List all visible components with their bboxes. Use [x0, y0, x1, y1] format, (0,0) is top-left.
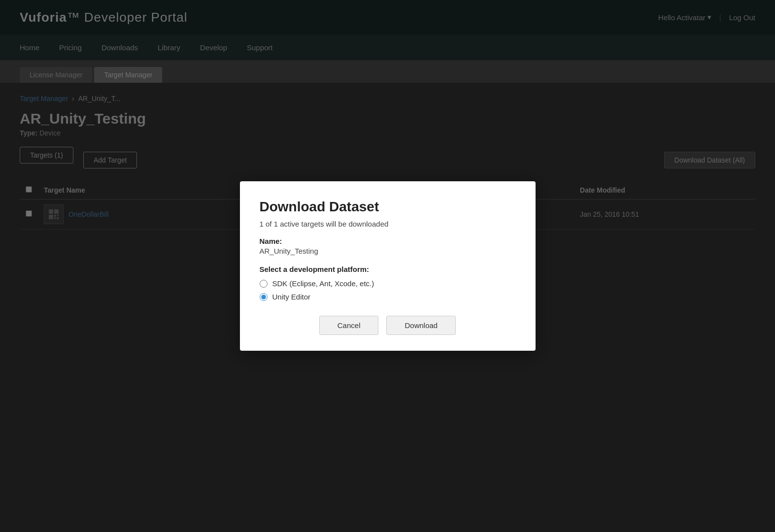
platform-sdk-option[interactable]: SDK (Eclipse, Ant, Xcode, etc.) — [260, 279, 516, 288]
modal-subtitle: 1 of 1 active targets will be downloaded — [260, 220, 516, 228]
platform-unity-radio[interactable] — [260, 293, 268, 301]
modal-overlay: Download Dataset 1 of 1 active targets w… — [0, 0, 775, 532]
modal-title: Download Dataset — [260, 199, 516, 215]
download-button[interactable]: Download — [386, 316, 456, 335]
modal-name-label: Name: — [260, 237, 516, 245]
platform-unity-option[interactable]: Unity Editor — [260, 293, 516, 301]
download-dataset-modal: Download Dataset 1 of 1 active targets w… — [240, 181, 536, 351]
modal-platform-label: Select a development platform: — [260, 265, 516, 273]
platform-sdk-radio[interactable] — [260, 280, 268, 288]
cancel-button[interactable]: Cancel — [319, 316, 379, 335]
modal-footer: Cancel Download — [260, 316, 516, 335]
modal-name-value: AR_Unity_Testing — [260, 247, 516, 255]
platform-sdk-label: SDK (Eclipse, Ant, Xcode, etc.) — [272, 279, 374, 288]
platform-unity-label: Unity Editor — [272, 293, 311, 301]
platform-radio-group: SDK (Eclipse, Ant, Xcode, etc.) Unity Ed… — [260, 279, 516, 301]
